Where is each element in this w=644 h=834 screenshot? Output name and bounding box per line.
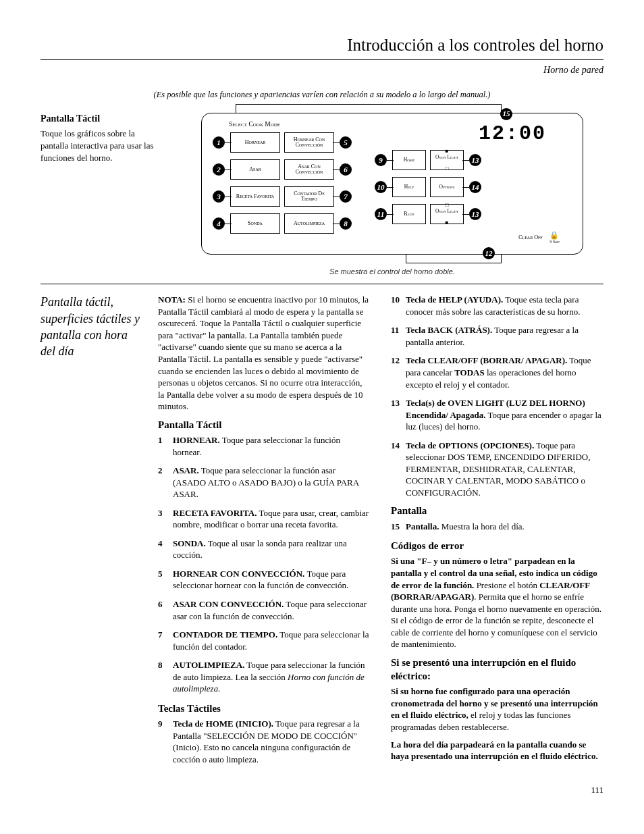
error-heading: Códigos de error <box>391 539 603 552</box>
tt-item: 11Tecla BACK (ATRÁS). Toque para regresa… <box>391 324 603 348</box>
side-heading: Pantalla táctil, superficies táctiles y … <box>41 294 142 771</box>
mode-receta: Receta Favorita <box>230 186 280 207</box>
error-body: Si una "F– y un número o letra" parpadea… <box>391 555 603 650</box>
diagram-caption: Se muestra el control del horno doble. <box>181 267 603 277</box>
callout-9: 9 <box>375 154 387 166</box>
page-title: Introducción a los controles del horno <box>41 34 603 60</box>
pt-item: 4SONDA. Toque al usar la sonda para real… <box>158 538 371 561</box>
page-number: 111 <box>41 784 603 796</box>
pt-item: 6ASAR CON CONVECCIÓN. Toque para selecci… <box>158 598 371 622</box>
subtitle: Horno de pared <box>41 64 603 77</box>
callout-6: 6 <box>340 163 352 176</box>
callout-15: 15 <box>500 108 512 120</box>
mode-sonda: Sonda <box>230 213 280 234</box>
intro-body: Toque los gráficos sobre la pantalla int… <box>41 128 162 163</box>
key-back: Back <box>392 204 426 224</box>
mode-hornear: Hornear <box>230 132 280 153</box>
mode-contador: Contador De Tiempo <box>284 186 334 207</box>
callout-8: 8 <box>340 217 352 230</box>
tt-item: 14Tecla de OPTIONS (OPCIONES). Toque par… <box>391 440 603 499</box>
callout-5: 5 <box>340 136 352 149</box>
callout-3: 3 <box>213 190 225 203</box>
callout-13a: 13 <box>469 154 481 166</box>
key-options: Options <box>430 177 464 197</box>
pantalla-list: 15Pantalla. Muestra la hora del día. <box>391 521 603 533</box>
pt-heading: Pantalla Táctil <box>158 418 371 432</box>
pt-list: 1HORNEAR. Toque para seleccionar la func… <box>158 434 371 695</box>
mode-hornear-conv: Hornear Con Convección <box>284 132 334 153</box>
tt-item: 13Tecla(s) de OVEN LIGHT (LUZ DEL HORNO)… <box>391 397 603 433</box>
pt-item: 7CONTADOR DE TIEMPO. Toque para seleccio… <box>158 629 371 652</box>
tt-item: 10Tecla de HELP (AYUDA). Toque esta tecl… <box>391 294 603 317</box>
callout-2: 2 <box>213 163 225 176</box>
pt-item: 5HORNEAR CON CONVECCIÓN. Toque para sele… <box>158 568 371 592</box>
nota-paragraph: NOTA: Si el horno se encuentra inactivo … <box>158 294 371 412</box>
power-body-1: Si su horno fue configurado para una ope… <box>391 685 603 733</box>
intro-heading: Pantalla Táctil <box>41 113 162 126</box>
callout-1: 1 <box>213 136 225 149</box>
callout-4: 4 <box>213 217 225 230</box>
power-heading: Si se presentó una interrupción en el fl… <box>391 656 603 683</box>
lock-icon: 🔒 <box>549 231 559 239</box>
mode-asar: Asar <box>230 159 280 180</box>
control-panel-diagram: 15 Select Cook Mode 1 Hornear Hornear Co… <box>181 113 603 278</box>
key-oven-light-upper: ■ Oven Light□ <box>430 150 464 170</box>
pantalla-item: 15Pantalla. Muestra la hora del día. <box>391 521 603 533</box>
pt-item: 2ASAR. Toque para seleccionar la función… <box>158 465 371 500</box>
callout-11: 11 <box>375 208 387 220</box>
power-body-2: La hora del día parpadeará en la pantall… <box>391 739 603 762</box>
callout-14: 14 <box>469 181 481 193</box>
key-oven-light-lower: □ Oven Light■ <box>430 204 464 224</box>
tt-heading: Teclas Táctiles <box>158 702 371 715</box>
divider <box>41 284 603 284</box>
key-home: Home <box>392 150 426 170</box>
callout-13b: 13 <box>469 208 481 220</box>
mode-autolimpieza: Autolimpieza <box>284 213 334 234</box>
pantalla-heading: Pantalla <box>391 504 603 517</box>
pt-item: 1HORNEAR. Toque para seleccionar la func… <box>158 434 371 458</box>
callout-7: 7 <box>340 190 352 203</box>
pt-item: 8AUTOLIMPIEZA. Toque para seleccionar la… <box>158 659 371 695</box>
disclaimer: (Es posible que las funciones y aparienc… <box>41 89 603 101</box>
select-cook-mode-label: Select Cook Mode <box>229 120 353 129</box>
key-help: Help <box>392 177 426 197</box>
tt-item: 12Tecla CLEAR/OFF (BORRAR/ APAGAR). Toqu… <box>391 355 603 390</box>
tt-item: 9Tecla de HOME (INICIO). Toque para regr… <box>158 718 371 765</box>
mode-asar-conv: Asar Con Convección <box>284 159 334 180</box>
lock-icon-group: 🔒 3 Sec <box>549 231 560 244</box>
clock-display: 12:00 <box>373 120 573 148</box>
callout-10: 10 <box>375 181 387 193</box>
lock-sec-label: 3 Sec <box>549 239 560 244</box>
pt-item: 3RECETA FAVORITA. Toque para usar, crear… <box>158 507 371 531</box>
key-clear-off: Clear Off <box>518 235 542 241</box>
